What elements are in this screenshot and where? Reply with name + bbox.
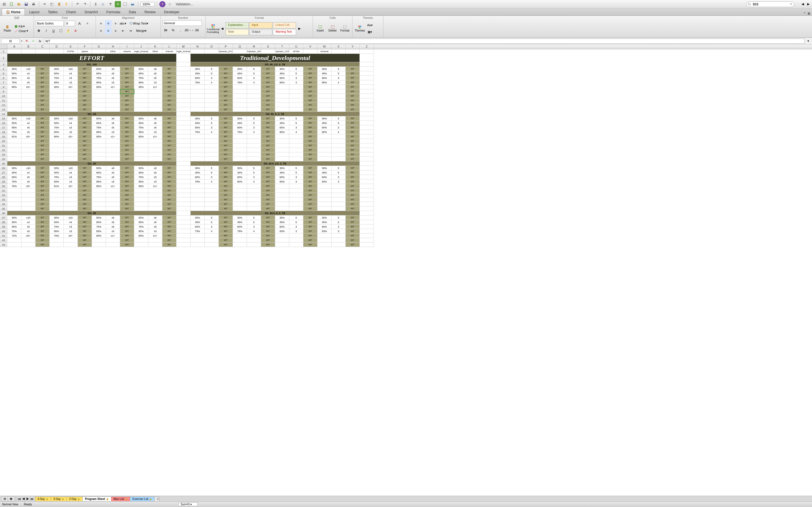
tab-data[interactable]: Data bbox=[125, 9, 140, 15]
new-doc-icon[interactable] bbox=[8, 1, 15, 7]
tab-charts[interactable]: Charts bbox=[62, 9, 80, 15]
svg-text:Z: Z bbox=[102, 4, 103, 6]
align-bottom-icon[interactable]: ≡ bbox=[112, 20, 119, 26]
svg-rect-23 bbox=[211, 24, 213, 25]
fx-button[interactable]: fx bbox=[37, 39, 43, 44]
wrap-text-button[interactable]: Wrap Text ▾ bbox=[127, 20, 150, 26]
themes-button[interactable]: Themes bbox=[354, 21, 365, 36]
save-icon[interactable] bbox=[23, 1, 29, 7]
svg-rect-29 bbox=[343, 25, 346, 29]
style-note[interactable]: Note bbox=[225, 29, 249, 35]
theme-font-icon[interactable]: Aa▾ bbox=[366, 22, 373, 29]
ribbon-body: Edit Paste Fill ▾ Clear ▾ Font A A B I bbox=[0, 16, 812, 38]
percent-icon[interactable]: % bbox=[170, 27, 176, 33]
clear-button[interactable]: Clear ▾ bbox=[14, 29, 28, 33]
expand-formula-icon[interactable]: ▾ bbox=[806, 39, 811, 43]
style-explanatory[interactable]: Explanatory ... bbox=[225, 22, 249, 29]
tab-home[interactable]: 🏠 Home bbox=[2, 8, 25, 15]
clear-search-icon[interactable]: ✕ bbox=[790, 2, 792, 6]
redo-icon[interactable]: ↷ bbox=[82, 1, 88, 7]
zoom-selector[interactable]: 100% bbox=[140, 2, 154, 6]
svg-point-17 bbox=[748, 3, 750, 5]
paste-button[interactable]: Paste bbox=[2, 21, 13, 36]
decimal-dec-icon[interactable]: .00→ bbox=[185, 27, 191, 33]
indent-dec-icon[interactable]: ⇤ bbox=[119, 27, 126, 34]
svg-point-30 bbox=[358, 25, 360, 27]
font-name-select[interactable] bbox=[36, 20, 64, 26]
style-scroll-right-icon[interactable]: ▶ bbox=[297, 27, 302, 31]
style-linked-cell[interactable]: Linked Cell bbox=[273, 22, 296, 29]
tab-formulas[interactable]: Formulas bbox=[102, 9, 124, 15]
format-cells-button[interactable]: Format bbox=[339, 21, 350, 36]
help-icon[interactable]: ? bbox=[159, 1, 165, 7]
align-center-icon[interactable]: ≡ bbox=[105, 27, 112, 34]
sort-icon[interactable]: AZ bbox=[100, 1, 106, 7]
conditional-formatting-button[interactable]: Conditional Formatting bbox=[207, 21, 219, 36]
delete-cells-button[interactable]: Delete bbox=[327, 21, 338, 36]
currency-icon[interactable]: $▾ bbox=[162, 27, 169, 33]
font-size-select[interactable] bbox=[65, 20, 75, 26]
copy-icon[interactable] bbox=[49, 1, 55, 7]
print-icon[interactable] bbox=[31, 1, 37, 7]
tab-tables[interactable]: Tables bbox=[44, 9, 62, 15]
fill-color-icon[interactable] bbox=[65, 27, 71, 34]
accept-formula-icon[interactable]: ✓ bbox=[31, 39, 36, 44]
toggle-icon[interactable] bbox=[167, 1, 173, 7]
decimal-inc-icon[interactable]: ←.00 bbox=[192, 27, 199, 33]
style-warning-text[interactable]: Warning Text bbox=[273, 29, 296, 35]
theme-color-icon[interactable]: ▦▾ bbox=[366, 29, 373, 35]
paste-icon[interactable] bbox=[56, 1, 62, 7]
svg-rect-15 bbox=[131, 4, 134, 5]
cut-icon[interactable]: ✂ bbox=[42, 1, 48, 7]
number-format-select[interactable] bbox=[162, 20, 202, 26]
group-font-label: Font bbox=[36, 16, 94, 20]
autosum-icon[interactable]: Σ bbox=[93, 1, 99, 7]
tab-layout[interactable]: Layout bbox=[26, 9, 43, 15]
format-painter-icon[interactable] bbox=[63, 1, 70, 7]
tab-review[interactable]: Review bbox=[140, 9, 159, 15]
italic-icon[interactable]: I bbox=[43, 27, 50, 34]
bold-icon[interactable]: B bbox=[36, 27, 42, 34]
show-formula-icon[interactable] bbox=[122, 1, 128, 7]
underline-icon[interactable]: U bbox=[50, 27, 57, 34]
svg-rect-26 bbox=[213, 26, 215, 27]
tab-developer[interactable]: Developer bbox=[160, 9, 184, 15]
merge-button[interactable]: Merge ▾ bbox=[134, 27, 149, 34]
grow-font-icon[interactable]: A bbox=[76, 20, 83, 26]
open-icon[interactable] bbox=[16, 1, 22, 7]
group-cells-label: Cells bbox=[315, 16, 350, 20]
shrink-font-icon[interactable]: A bbox=[84, 20, 91, 26]
tab-smartart[interactable]: SmartArt bbox=[81, 9, 102, 15]
nav-prev-icon[interactable]: ◀ bbox=[800, 2, 805, 7]
border-icon[interactable] bbox=[57, 27, 64, 34]
style-input[interactable]: Input bbox=[249, 22, 272, 29]
name-box[interactable] bbox=[1, 39, 20, 44]
align-middle-icon[interactable]: ≡ bbox=[105, 20, 112, 26]
undo-icon[interactable]: ↶ bbox=[74, 1, 81, 7]
toolbox-icon[interactable] bbox=[130, 1, 136, 7]
align-left-icon[interactable]: ≡ bbox=[98, 27, 104, 34]
orientation-icon[interactable]: abc▾ bbox=[119, 20, 126, 26]
indent-inc-icon[interactable]: ⇥ bbox=[127, 27, 134, 34]
style-scroll-left-icon[interactable]: ◀ bbox=[220, 27, 224, 31]
align-top-icon[interactable]: ≡ bbox=[98, 20, 104, 26]
filter-icon[interactable] bbox=[107, 1, 114, 7]
fill-button[interactable]: Fill ▾ bbox=[14, 24, 28, 29]
svg-point-32 bbox=[359, 27, 361, 29]
comma-icon[interactable]: , bbox=[177, 27, 184, 33]
svg-rect-10 bbox=[58, 3, 60, 6]
menu-icon[interactable] bbox=[1, 1, 7, 7]
svg-rect-11 bbox=[58, 3, 60, 3]
fx-icon[interactable]: fx bbox=[115, 1, 121, 7]
svg-rect-6 bbox=[33, 4, 35, 5]
collapse-ribbon-icon[interactable]: ⌃ bbox=[803, 12, 806, 15]
search-input[interactable] bbox=[746, 1, 794, 7]
insert-cells-button[interactable]: Insert bbox=[315, 21, 326, 36]
ribbon-settings-icon[interactable]: ⚙ bbox=[808, 12, 810, 15]
cancel-formula-icon[interactable]: ✕ bbox=[24, 39, 29, 44]
style-output[interactable]: Output bbox=[249, 29, 272, 35]
nav-next-icon[interactable]: ▶ bbox=[806, 2, 811, 7]
formula-input[interactable] bbox=[44, 39, 805, 44]
font-color-icon[interactable]: A bbox=[72, 27, 79, 34]
align-right-icon[interactable]: ≡ bbox=[112, 27, 119, 34]
